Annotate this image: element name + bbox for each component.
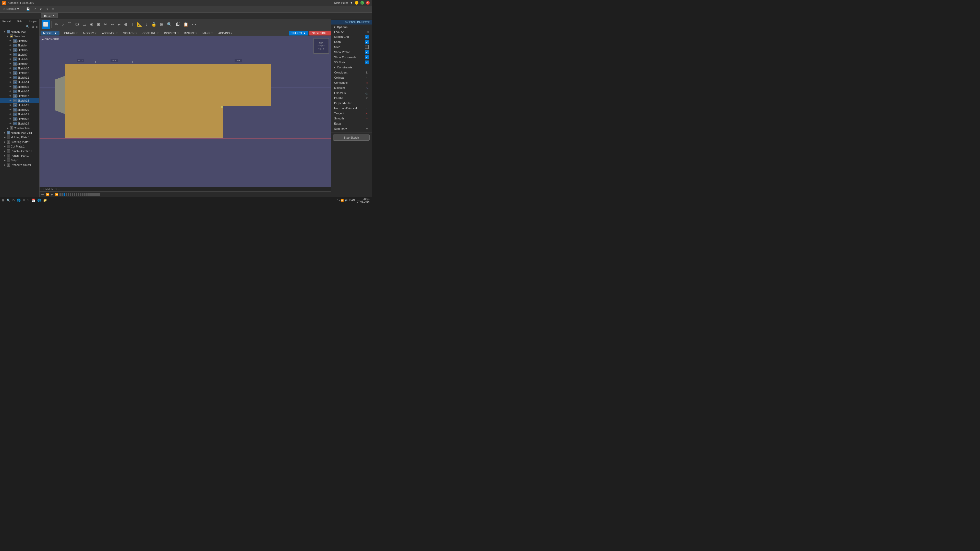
search-icon[interactable]: 🔍 xyxy=(6,198,11,202)
tree-item-sketch15[interactable]: 👁 S Sketch15 xyxy=(0,84,39,89)
sidebar-search-btn[interactable]: 🔍 xyxy=(25,25,30,29)
tree-item-punch-center[interactable]: ▶ □ Punch - Center:1 xyxy=(0,149,39,153)
tree-toggle[interactable]: ▶ xyxy=(6,127,9,130)
chrome-icon[interactable]: 🌐 xyxy=(37,198,41,202)
visibility-icon[interactable]: 👁 xyxy=(9,108,12,111)
undo-btn[interactable]: ↩ xyxy=(32,6,37,11)
sketch-grid-row[interactable]: Sketch Grid ✓ xyxy=(331,34,372,39)
visibility-icon[interactable]: 👁 xyxy=(9,53,12,56)
more-btn[interactable]: ⋯ xyxy=(191,20,197,29)
undo-dropdown-btn[interactable]: ▼ xyxy=(38,7,43,11)
menu-sketch[interactable]: SKETCH ▼ xyxy=(121,31,140,35)
menu-addins[interactable]: ADD-INS ▼ xyxy=(216,31,235,35)
insert-canvas-btn[interactable]: 📋 xyxy=(182,20,190,29)
sidebar-grid-btn[interactable]: ⊞ xyxy=(31,25,35,29)
timeline-play[interactable]: ▶ xyxy=(50,192,54,196)
show-constraints-row[interactable]: Show Constraints ✓ xyxy=(331,55,372,60)
select-button[interactable]: SELECT ▼ xyxy=(289,31,309,35)
offset-btn[interactable]: ⊙ xyxy=(88,20,95,29)
redo-btn[interactable]: ↪ xyxy=(45,6,49,11)
sidebar-tab-data[interactable]: Data xyxy=(13,19,26,24)
tree-item-cut-plate[interactable]: ▶ □ Cut Plate:1 xyxy=(0,144,39,149)
snap-checkbox[interactable]: ✓ xyxy=(365,40,369,44)
tree-item-sketch9[interactable]: 👁 S Sketch9 xyxy=(0,62,39,66)
colinear-row[interactable]: Colinear › xyxy=(331,75,372,80)
sketch-grid-checkbox[interactable]: ✓ xyxy=(365,35,369,38)
pattern-btn[interactable]: ⊞ xyxy=(159,20,165,29)
constraint-btn[interactable]: 🔒 xyxy=(150,20,158,29)
visibility-icon[interactable]: 👁 xyxy=(9,118,12,120)
tree-item-sketches[interactable]: ▼ 📁 Sketches xyxy=(0,34,39,38)
tree-toggle[interactable]: ▶ xyxy=(3,149,6,152)
visibility-icon[interactable]: 👁 xyxy=(9,49,12,51)
task-view-icon[interactable]: ⧉ xyxy=(13,198,15,202)
file-icon[interactable]: 📁 xyxy=(43,198,47,202)
3d-sketch-checkbox[interactable]: ✓ xyxy=(365,60,369,64)
parallel-row[interactable]: Parallel // xyxy=(331,95,372,100)
visibility-icon[interactable]: 👁 xyxy=(9,58,12,60)
visibility-icon[interactable]: 👁 xyxy=(9,99,12,102)
stop-sketch-panel-btn[interactable]: Stop Sketch xyxy=(333,135,370,141)
tree-item-punch-part[interactable]: ▶ □ Punch - Part:1 xyxy=(0,153,39,158)
menu-assembl[interactable]: ASSEMBL ▼ xyxy=(99,31,121,35)
model-display-btn[interactable]: ⬜ xyxy=(41,20,50,29)
timeline-next[interactable]: ⏩ xyxy=(54,192,59,196)
tree-toggle[interactable]: ▶ xyxy=(3,159,6,162)
tree-item-sketch14[interactable]: 👁 S Sketch14 xyxy=(0,80,39,84)
arc-btn[interactable]: ⌒ xyxy=(66,20,73,29)
visibility-icon[interactable]: 👁 xyxy=(9,44,12,47)
midpoint-row[interactable]: Midpoint △ xyxy=(331,85,372,91)
look-at-row[interactable]: Look At ⊞ xyxy=(331,30,372,34)
visibility-icon[interactable]: 👁 xyxy=(9,76,12,79)
options-header[interactable]: ▼ Options xyxy=(331,24,372,30)
tree-item-sketch8[interactable]: 👁 S Sketch8 xyxy=(0,57,39,62)
mirror-btn[interactable]: ⊞ xyxy=(95,20,102,29)
menu-constru[interactable]: CONSTRU ▼ xyxy=(140,31,162,35)
rect-btn[interactable]: ▭ xyxy=(81,20,88,29)
show-profile-row[interactable]: Show Profile ✓ xyxy=(331,49,372,55)
snap-row[interactable]: Snap ✓ xyxy=(331,39,372,44)
tree-toggle[interactable]: ▶ xyxy=(3,145,6,148)
point-btn[interactable]: ⊕ xyxy=(123,20,129,29)
visibility-icon[interactable]: 👁 xyxy=(9,72,12,74)
tree-item-steering-plate[interactable]: ▶ □ Steering Plate:1 xyxy=(0,140,39,144)
calendar-icon[interactable]: 📅 xyxy=(32,198,35,202)
tree-item-strip[interactable]: ▶ □ Strip:1 xyxy=(0,158,39,163)
smooth-row[interactable]: Smooth ~ xyxy=(331,116,372,121)
tree-item-sketch11[interactable]: 👁 S Sketch11 xyxy=(0,75,39,80)
menu-make[interactable]: MAKE ▼ xyxy=(200,31,216,35)
tree-toggle[interactable]: ▶ xyxy=(3,164,6,167)
text-btn[interactable]: T xyxy=(129,20,135,29)
polygon-btn[interactable]: ⬡ xyxy=(74,20,80,29)
visibility-icon[interactable]: 👁 xyxy=(9,86,12,88)
menu-inspect[interactable]: INSPECT ▼ xyxy=(162,31,182,35)
inspect-btn[interactable]: 🔍 xyxy=(165,20,173,29)
model-dropdown-btn[interactable]: MODEL ▼ xyxy=(41,31,59,35)
windows-icon[interactable]: ⊞ xyxy=(2,198,5,202)
menu-modify[interactable]: MODIFY ▼ xyxy=(81,31,100,35)
sketch-line-btn[interactable]: ✏ xyxy=(53,20,59,29)
concentric-row[interactable]: Concentric ◎ xyxy=(331,80,372,85)
dimension-btn[interactable]: ↕ xyxy=(144,20,150,29)
nimbus-project-btn[interactable]: ⊙ Nimbus ▼ xyxy=(2,6,21,11)
visibility-icon[interactable]: 👁 xyxy=(9,90,12,93)
close-tab-icon[interactable]: ✕ xyxy=(52,14,55,17)
3d-sketch-row[interactable]: 3D Sketch ✓ xyxy=(331,60,372,65)
tangent-row[interactable]: Tangent ∂ xyxy=(331,111,372,116)
tree-item-sketch20[interactable]: 👁 S Sketch20 xyxy=(0,108,39,112)
show-profile-checkbox[interactable]: ✓ xyxy=(365,50,369,54)
perpendicular-row[interactable]: Perpendicular ⊥ xyxy=(331,100,372,106)
tree-toggle[interactable]: ▶ xyxy=(3,154,6,157)
fillet-btn[interactable]: ⌐ xyxy=(117,20,122,29)
tree-item-preasure-plate[interactable]: ▶ □ Preasure plate:1 xyxy=(0,163,39,167)
circle-btn[interactable]: ○ xyxy=(60,20,65,29)
tree-item-sketch21[interactable]: 👁 S Sketch21 xyxy=(0,112,39,117)
visibility-icon[interactable]: 👁 xyxy=(9,81,12,83)
insert-image-btn[interactable]: 🖼 xyxy=(174,20,181,29)
sidebar-tab-recent[interactable]: Recent xyxy=(0,19,13,24)
menu-create[interactable]: CREATE ▼ xyxy=(62,31,81,35)
minimize-button[interactable]: _ xyxy=(355,1,358,5)
tree-toggle[interactable]: ▶ xyxy=(3,136,6,139)
tree-item-holding-plate[interactable]: ▶ □ Holding Plate:1 xyxy=(0,135,39,140)
tree-item-sketch18[interactable]: 👁 S Sketch18 xyxy=(0,98,39,103)
